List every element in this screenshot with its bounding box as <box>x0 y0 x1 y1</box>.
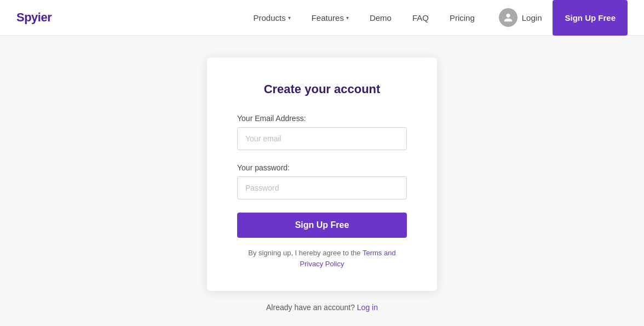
password-group: Your password: <box>237 163 407 199</box>
password-label: Your password: <box>237 163 407 172</box>
main-content: Create your account Your Email Address: … <box>0 36 644 326</box>
user-icon <box>499 8 518 27</box>
navbar: Spyier Products ▾ Features ▾ Demo FAQ Pr… <box>0 0 644 36</box>
chevron-down-icon: ▾ <box>346 15 349 21</box>
nav-features[interactable]: Features ▾ <box>304 9 357 27</box>
password-input[interactable] <box>237 176 407 199</box>
card-title: Create your account <box>237 82 407 96</box>
email-group: Your Email Address: <box>237 114 407 150</box>
signup-card: Create your account Your Email Address: … <box>207 58 437 291</box>
navbar-actions: Login Sign Up Free <box>493 0 628 36</box>
email-input[interactable] <box>237 127 407 150</box>
already-account-text: Already have an account? Log in <box>266 303 378 312</box>
terms-text: By signing up, I hereby agree to the Ter… <box>237 248 407 269</box>
signup-nav-button[interactable]: Sign Up Free <box>553 0 628 36</box>
nav-products[interactable]: Products ▾ <box>245 9 298 27</box>
logo[interactable]: Spyier <box>16 10 51 25</box>
login-button[interactable]: Login <box>493 5 548 30</box>
nav-links: Products ▾ Features ▾ Demo FAQ Pricing <box>245 9 482 27</box>
nav-demo[interactable]: Demo <box>362 9 399 27</box>
signup-form-button[interactable]: Sign Up Free <box>237 213 407 238</box>
nav-faq[interactable]: FAQ <box>405 9 436 27</box>
login-link[interactable]: Log in <box>357 303 378 312</box>
nav-pricing[interactable]: Pricing <box>442 9 482 27</box>
email-label: Your Email Address: <box>237 114 407 123</box>
chevron-down-icon: ▾ <box>288 15 291 21</box>
